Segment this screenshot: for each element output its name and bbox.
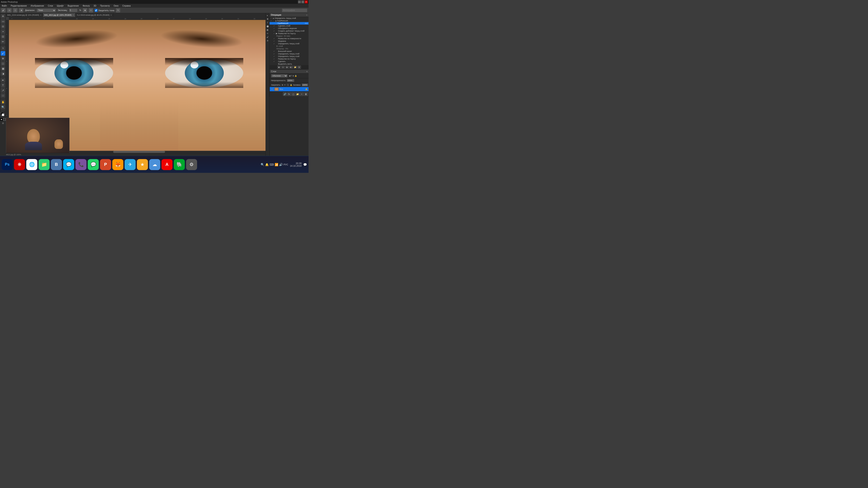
tab-1[interactable]: IMG_4822.jpg @ 100% (RGB/8) ✕	[43, 13, 75, 17]
stylus-icon[interactable]: ✏	[89, 8, 93, 12]
brush-size-icon[interactable]: ◎	[7, 8, 11, 12]
sub-item-10[interactable]: ✓ Внешний канал	[270, 50, 309, 53]
action-item-0[interactable]: ✓ ▶ Определить текущ слой	[270, 17, 309, 20]
tab-0[interactable]: IMG_2224 копия.jpg @ 15% (RGB/8) ✕	[6, 13, 43, 17]
menu-layers[interactable]: Слои	[47, 4, 54, 7]
network-sys-icon[interactable]: 📶	[275, 163, 278, 166]
menu-3d[interactable]: 3D	[93, 4, 97, 7]
ops-play-btn[interactable]: ▶	[285, 66, 289, 69]
zoom-tool[interactable]: 🔍	[1, 105, 5, 109]
tb-chrome[interactable]: 🌐	[26, 159, 37, 170]
lock-all-icon[interactable]: 🔒	[290, 84, 292, 86]
quick-mask-icon[interactable]: ◼	[0, 118, 3, 121]
path-select-tool[interactable]: ↗	[1, 88, 5, 93]
fill-input[interactable]	[302, 84, 308, 87]
chat-notification-icon[interactable]: 💬	[303, 163, 307, 166]
sub-item-2[interactable]: ✓ Создать дубликат текущ слой	[270, 30, 309, 32]
tb-powerpoint[interactable]: P	[100, 159, 111, 170]
tab-2[interactable]: YLA 5919 копия.jpg @ 48.4% (RGB/8) ✕	[75, 13, 113, 17]
ops-folder-btn[interactable]: 📁	[293, 66, 297, 69]
ops-record-btn[interactable]: ●	[281, 66, 285, 69]
lang-indicator[interactable]: РУС	[283, 163, 288, 166]
layers-icon-3[interactable]: ⊕	[292, 75, 294, 77]
panel-icon-5[interactable]: ✏	[266, 32, 269, 35]
sub-item-15[interactable]: ✓ Выделить кисть	[270, 63, 309, 65]
layers-icon-2[interactable]: T	[291, 75, 292, 77]
layer-fx-btn[interactable]: fx	[287, 92, 291, 96]
pressure-icon[interactable]: ◉	[83, 8, 87, 12]
panel-icon-7[interactable]: ⊕	[266, 39, 269, 42]
tab-0-close[interactable]: ✕	[40, 14, 41, 16]
layers-icon-1[interactable]: ◀	[289, 75, 290, 77]
standard-mode-icon[interactable]: □	[3, 118, 6, 121]
tb-star[interactable]: ★	[137, 159, 148, 170]
brush-angle-icon[interactable]: ↻	[116, 8, 120, 12]
layers-icon-4[interactable]: 🔒	[294, 75, 297, 77]
ops-delete-btn[interactable]: 🗑	[298, 66, 301, 69]
marquee-tool[interactable]: ▭	[1, 19, 5, 24]
layer-visibility-icon[interactable]: 👁	[271, 88, 274, 91]
protect-tones-checkbox[interactable]: Защитить тона	[95, 8, 114, 12]
layer-new-btn[interactable]: +	[300, 92, 304, 96]
clone-tool[interactable]: ⊕	[1, 56, 5, 61]
tb-start[interactable]: ❋	[14, 159, 25, 170]
action-item-1[interactable]: ✓ ▶ FastRetoush	[270, 20, 309, 22]
ops-step-btn[interactable]: ▶|	[289, 66, 293, 69]
tab-2-close[interactable]: ✕	[111, 14, 112, 16]
layer-item-0[interactable]: 👁 Фон 🔒	[270, 87, 309, 91]
lasso-tool[interactable]: ⊙	[1, 24, 5, 29]
menu-view[interactable]: Просмотр	[99, 4, 111, 7]
lock-pos-icon[interactable]: ⊕	[282, 84, 283, 86]
tb-files[interactable]: 📁	[38, 159, 50, 170]
tb-settings[interactable]: ⚙	[186, 159, 197, 170]
tool-preset-icon[interactable]: 🖌	[1, 8, 5, 12]
tb-skype[interactable]: 💬	[63, 159, 74, 170]
gradient-tool[interactable]: ▦	[1, 66, 5, 71]
minimize-button[interactable]: —	[298, 0, 301, 3]
tb-viber[interactable]: 📞	[75, 159, 87, 170]
lock-pixel-icon[interactable]: ⬛	[287, 84, 289, 86]
menu-font[interactable]: Шрифт	[56, 4, 65, 7]
opacity-input[interactable]	[287, 79, 294, 82]
color-swatches[interactable]	[0, 112, 5, 117]
sub-item-6[interactable]: ✓ Медиана	[270, 40, 309, 42]
panel-icon-4[interactable]: ▦	[266, 28, 269, 31]
sub-item-11[interactable]: ✓ Определить текущ слой	[270, 53, 309, 55]
screen-mode-icon[interactable]: ⊟	[2, 122, 4, 124]
panel-icon-3[interactable]: ⬤	[266, 25, 269, 28]
tb-cloud[interactable]: ☁	[149, 159, 160, 170]
text-tool[interactable]: T	[1, 83, 5, 88]
menu-file[interactable]: Файл	[1, 4, 8, 7]
quick-select-tool[interactable]: ⌖	[1, 29, 5, 34]
layer-link-btn[interactable]: 🔗	[283, 92, 287, 96]
panel-icon-2[interactable]: T	[266, 21, 269, 24]
shape-tool[interactable]: □	[1, 93, 5, 98]
tb-firefox[interactable]: 🦊	[112, 159, 123, 170]
ops-menu-icon[interactable]: ≡	[306, 14, 307, 16]
brush-type-icon[interactable]: ◑	[19, 8, 23, 12]
panel-expand-icon[interactable]: ▸	[266, 14, 269, 17]
menu-window[interactable]: Окно	[113, 4, 119, 7]
menu-edit[interactable]: Редактирование	[10, 4, 28, 7]
menu-help[interactable]: Справка	[121, 4, 131, 7]
maximize-button[interactable]: □	[301, 0, 304, 3]
layer-group-btn[interactable]: 📁	[296, 92, 300, 96]
layer-delete-btn[interactable]: 🗑	[304, 92, 308, 96]
sub-item-5[interactable]: ✓ Размытие по поверхности	[270, 37, 309, 40]
notification-sys-icon[interactable]: 🔔	[265, 163, 269, 166]
hand-tool[interactable]: ✋	[1, 100, 5, 104]
move-tool[interactable]: ✛	[1, 14, 5, 19]
tb-photoshop[interactable]: Ps	[2, 159, 13, 170]
tb-acrobat[interactable]: A	[161, 159, 173, 170]
crop-tool[interactable]: ⊡	[1, 34, 5, 39]
exposure-input[interactable]	[69, 8, 78, 12]
sub-item-0[interactable]: ✓ Сделать слой	[270, 25, 309, 27]
ops-stop-btn[interactable]: ◼	[277, 66, 281, 69]
eraser-tool[interactable]: ◻	[1, 61, 5, 66]
menu-select[interactable]: Выделение	[67, 4, 80, 7]
search-input[interactable]	[282, 8, 307, 12]
protect-tones-check[interactable]	[95, 8, 97, 12]
dodge-tool[interactable]: ◑	[1, 71, 5, 76]
brush-tool[interactable]: 🖌	[1, 51, 5, 56]
sub-item-7[interactable]: ✓ Определить текущ слой	[270, 42, 309, 45]
